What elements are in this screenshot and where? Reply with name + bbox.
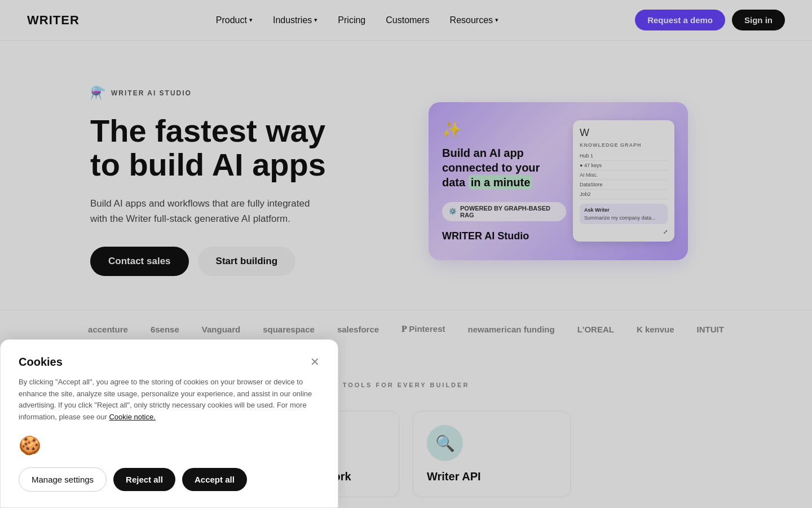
cookie-actions: Manage settings Reject all Accept all (19, 467, 320, 492)
nav-customers[interactable]: Customers (386, 15, 429, 25)
nav-pricing[interactable]: Pricing (338, 15, 365, 25)
panel-item-4: DataStore (580, 180, 668, 190)
chevron-down-icon: ▾ (495, 16, 498, 24)
cookie-icon-row: 🍪 (19, 435, 320, 456)
manage-settings-button[interactable]: Manage settings (19, 467, 107, 492)
panel-item-2: ● 47 keys (580, 161, 668, 170)
cookie-header: Cookies ✕ (19, 356, 320, 369)
nav-product-label: Product (216, 15, 247, 25)
cookie-body-text: By clicking "Accept all", you agree to t… (19, 378, 312, 421)
nav-pricing-label: Pricing (338, 15, 365, 25)
logo-loreal: L'OREAL (577, 325, 614, 334)
illus-left: ✨ Build an AI app connected to your data… (442, 120, 566, 242)
cookie-banner: Cookies ✕ By clicking "Accept all", you … (0, 339, 338, 498)
panel-item-1: Hub 1 (580, 151, 668, 161)
start-building-button[interactable]: Start building (198, 247, 296, 276)
rag-icon: ⚙️ (449, 208, 457, 215)
magic-icon: ✨ (442, 120, 566, 139)
nav-resources[interactable]: Resources ▾ (450, 15, 498, 25)
hero-right: ✨ Build an AI app connected to your data… (395, 102, 722, 260)
logo-6sense: 6sense (151, 325, 179, 334)
nav-actions: Request a demo Sign in (635, 10, 785, 30)
cookie-icon: 🍪 (19, 435, 41, 456)
logo-kenvue: K kenvue (637, 325, 674, 334)
tools-card-api: 🔍 Writer API (413, 411, 571, 497)
hero-badge-text: WRITER AI STUDIO (111, 89, 192, 97)
panel-item-5: Job2 (580, 190, 668, 199)
api-icon: 🔍 (427, 425, 463, 461)
chevron-down-icon: ▾ (249, 16, 253, 24)
request-demo-button[interactable]: Request a demo (635, 10, 725, 30)
cookie-body: By clicking "Accept all", you agree to t… (19, 376, 320, 423)
illus-chat: Ask Writer Summarize my company data... (580, 204, 668, 224)
logo-pinterest: 𝐏 Pinterest (401, 324, 445, 334)
cookie-close-button[interactable]: ✕ (310, 356, 320, 367)
accept-all-button[interactable]: Accept all (182, 468, 247, 491)
chat-response: Summarize my company data... (584, 215, 663, 221)
logo-accenture: accenture (88, 325, 128, 334)
hero-left: ⚗️ WRITER AI STUDIO The fastest way to b… (90, 86, 361, 276)
chevron-down-icon: ▾ (314, 16, 317, 24)
studio-icon: ⚗️ (90, 86, 105, 100)
nav-customers-label: Customers (386, 15, 429, 25)
hero-illustration: ✨ Build an AI app connected to your data… (429, 102, 688, 260)
logo[interactable]: WRITER (27, 13, 80, 28)
hero-actions: Contact sales Start building (90, 247, 361, 276)
expand-icon: ⤢ (580, 229, 668, 235)
chat-label: Ask Writer (584, 207, 663, 213)
illus-badge: ⚙️ POWERED BY GRAPH-BASED RAG (442, 202, 566, 221)
nav-product[interactable]: Product ▾ (216, 15, 253, 25)
hero-section: ⚗️ WRITER AI STUDIO The fastest way to b… (0, 41, 812, 310)
panel-item-3: AI Misc. (580, 170, 668, 180)
illus-logo: WRITER AI Studio (442, 230, 566, 242)
writer-icon: W (580, 127, 668, 139)
illus-badge-text: POWERED BY GRAPH-BASED RAG (460, 205, 559, 218)
api-title: Writer API (427, 470, 557, 483)
logo-squarespace: squarespace (263, 325, 315, 334)
logo-vanguard: Vanguard (202, 325, 240, 334)
nav-resources-label: Resources (450, 15, 493, 25)
logo-newamerican: newamerican funding (467, 325, 554, 334)
cookie-title: Cookies (19, 356, 63, 369)
reject-all-button[interactable]: Reject all (113, 468, 175, 491)
nav-links: Product ▾ Industries ▾ Pricing Customers… (216, 15, 498, 25)
sign-in-button[interactable]: Sign in (732, 10, 785, 30)
navigation: WRITER Product ▾ Industries ▾ Pricing Cu… (0, 0, 812, 41)
hero-badge: ⚗️ WRITER AI STUDIO (90, 86, 361, 100)
illus-highlight: in a minute (469, 175, 533, 190)
logo-salesforce: salesforce (337, 325, 379, 334)
hero-title: The fastest way to build AI apps (90, 114, 361, 182)
logo-intuit: INTUIT (697, 325, 724, 334)
panel-title: KNOWLEDGE GRAPH (580, 142, 668, 148)
nav-industries[interactable]: Industries ▾ (273, 15, 317, 25)
contact-sales-button[interactable]: Contact sales (90, 247, 189, 276)
cookie-notice-link[interactable]: Cookie notice. (109, 413, 155, 421)
nav-industries-label: Industries (273, 15, 312, 25)
illus-panel: W KNOWLEDGE GRAPH Hub 1 ● 47 keys AI Mis… (573, 120, 674, 242)
illus-headline: Build an AI app connected to your data i… (442, 146, 566, 190)
hero-description: Build AI apps and workflows that are ful… (90, 196, 327, 226)
